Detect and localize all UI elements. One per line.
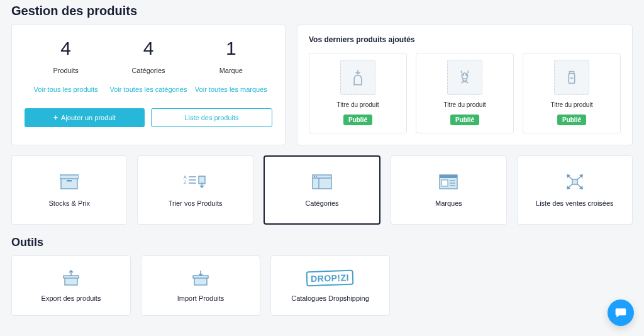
add-product-label: Ajouter un produit: [61, 114, 116, 121]
stats-panel: 4 Produits Voir tous les produits 4 Caté…: [11, 25, 286, 145]
product-card[interactable]: Titre du produit Publié: [523, 53, 621, 133]
management-tiles: Stocks & Prix AZ Trier vos Produits Caté…: [11, 155, 633, 225]
plus-icon: +: [53, 113, 58, 122]
tile-label: Catégories: [305, 199, 338, 207]
tools-row: Export des produits Import Produits DROP…: [11, 255, 633, 316]
stat-brands-label: Marque: [190, 67, 272, 74]
svg-point-1: [463, 75, 464, 76]
tile-export-products[interactable]: Export des produits: [11, 255, 131, 316]
svg-point-18: [316, 176, 317, 177]
tool-label: Catalogues Dropshipping: [291, 294, 369, 302]
tool-label: Export des produits: [42, 294, 101, 302]
chat-button[interactable]: [608, 300, 634, 326]
product-card[interactable]: Titre du produit Publié: [416, 53, 514, 133]
box-icon: [60, 173, 79, 191]
product-list-label: Liste des produits: [184, 114, 238, 121]
svg-rect-6: [60, 175, 79, 179]
svg-rect-5: [61, 177, 77, 189]
export-icon: [63, 269, 79, 287]
product-title: Titre du produit: [423, 101, 507, 108]
stat-brands: 1 Marque Voir toutes les marques: [190, 39, 272, 94]
product-thumb-placeholder-icon: [554, 60, 589, 95]
stat-categories-label: Catégories: [107, 67, 189, 74]
svg-point-17: [314, 176, 315, 177]
tools-heading: Outils: [11, 236, 633, 249]
link-all-categories[interactable]: Voir toutes les catégories: [110, 86, 187, 93]
link-all-brands[interactable]: Voir toutes les marques: [195, 86, 267, 93]
tile-import-products[interactable]: Import Produits: [141, 255, 260, 316]
svg-rect-21: [441, 180, 448, 186]
sort-icon: AZ: [184, 173, 208, 191]
tile-categories[interactable]: Catégories: [264, 155, 380, 225]
svg-point-2: [466, 75, 467, 76]
tile-dropshipping-catalogs[interactable]: DROP!ZI Catalogues Dropshipping: [270, 255, 390, 316]
import-icon: [192, 269, 209, 287]
stat-products: 4 Produits Voir tous les produits: [25, 39, 107, 94]
recent-products-panel: Vos derniers produits ajoutés Titre du p…: [297, 25, 633, 145]
stat-products-value: 4: [25, 39, 107, 58]
stat-brands-value: 1: [190, 39, 272, 58]
tile-label: Marques: [435, 199, 462, 207]
stat-categories: 4 Catégories Voir toutes les catégories: [107, 39, 189, 94]
svg-rect-14: [313, 175, 331, 189]
product-card[interactable]: Titre du produit Publié: [309, 53, 407, 133]
svg-rect-31: [572, 179, 577, 184]
svg-rect-34: [194, 277, 207, 285]
svg-point-0: [462, 73, 467, 79]
tile-label: Trier vos Produits: [169, 199, 223, 207]
newspaper-icon: [439, 173, 458, 191]
tile-cross-sell[interactable]: Liste des ventes croisées: [517, 155, 633, 225]
product-title: Titre du produit: [530, 101, 614, 108]
stat-categories-value: 4: [107, 39, 189, 58]
chat-icon: [614, 306, 627, 319]
recent-heading: Vos derniers produits ajoutés: [309, 35, 621, 44]
add-product-button[interactable]: + Ajouter un produit: [25, 108, 145, 127]
product-thumb-placeholder-icon: [447, 60, 482, 95]
svg-rect-7: [67, 180, 72, 182]
page-title: Gestion des produits: [11, 4, 633, 18]
product-list-button[interactable]: Liste des produits: [151, 108, 272, 127]
status-badge: Publié: [343, 115, 372, 125]
link-all-products[interactable]: Voir tous les produits: [34, 86, 98, 93]
stat-products-label: Produits: [25, 67, 107, 74]
svg-text:A: A: [184, 175, 187, 179]
product-thumb-placeholder-icon: [340, 60, 375, 95]
svg-rect-33: [64, 276, 79, 278]
svg-text:Z: Z: [184, 180, 187, 184]
tile-stocks-prices[interactable]: Stocks & Prix: [11, 155, 127, 225]
tile-label: Stocks & Prix: [49, 199, 90, 207]
tile-brands[interactable]: Marques: [391, 155, 506, 225]
tool-label: Import Produits: [177, 294, 225, 302]
dropizi-logo-icon: DROP!ZI: [306, 269, 353, 287]
status-badge: Publié: [450, 115, 479, 125]
cross-arrows-icon: [565, 173, 584, 191]
layout-icon: [312, 173, 332, 191]
tile-label: Liste des ventes croisées: [536, 199, 614, 207]
svg-rect-20: [440, 175, 457, 178]
product-title: Titre du produit: [316, 101, 400, 108]
tile-sort-products[interactable]: AZ Trier vos Produits: [137, 155, 253, 225]
status-badge: Publié: [557, 115, 586, 125]
svg-rect-32: [65, 277, 77, 285]
svg-rect-4: [570, 72, 574, 74]
